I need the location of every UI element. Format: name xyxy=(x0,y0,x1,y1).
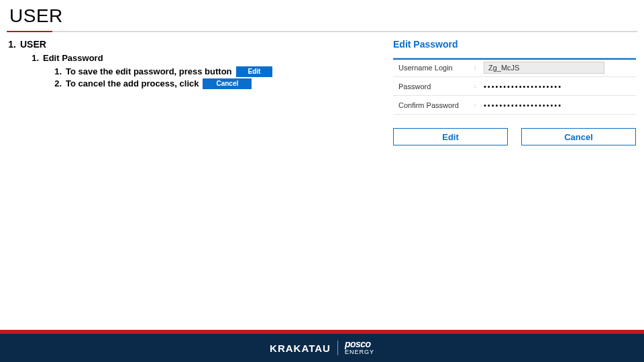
brand-posco-sub: ENERGY xyxy=(345,348,374,356)
list-number: 1. xyxy=(5,39,16,50)
edit-chip: Edit xyxy=(236,66,273,77)
title-underline xyxy=(7,31,637,32)
panel-title: Edit Password xyxy=(390,39,639,52)
brand-divider xyxy=(337,341,338,355)
brand-posco: posco ENERGY xyxy=(345,340,374,356)
separator: : xyxy=(470,102,480,108)
password-input[interactable]: •••••••••••••••••••• xyxy=(484,82,562,90)
list-number: 1. xyxy=(28,52,39,64)
password-label: Password xyxy=(393,82,470,90)
list-text: Edit Password xyxy=(43,52,103,64)
instructions: 1. USER 1. Edit Password 1. To save the … xyxy=(5,39,390,90)
list-text: To cancel the add process, click xyxy=(66,78,199,90)
separator: : xyxy=(470,64,480,70)
footer: KRAKATAU posco ENERGY xyxy=(0,330,644,362)
list-number: 1. xyxy=(51,66,62,78)
username-input[interactable]: Zg_McJS xyxy=(484,62,604,74)
list-text: To save the edit password, press button xyxy=(66,66,232,78)
list-text: USER xyxy=(20,39,46,50)
confirm-password-input[interactable]: •••••••••••••••••••• xyxy=(484,101,562,109)
brand-krakatau: KRAKATAU xyxy=(270,343,331,354)
brand-posco-main: posco xyxy=(345,340,371,348)
list-number: 2. xyxy=(51,78,62,90)
confirm-password-label: Confirm Password xyxy=(393,101,470,109)
page-title: USER xyxy=(9,5,635,27)
cancel-button[interactable]: Cancel xyxy=(521,128,636,145)
username-label: Username Login xyxy=(393,64,470,72)
cancel-chip: Cancel xyxy=(203,78,252,89)
edit-button[interactable]: Edit xyxy=(393,128,508,145)
separator: : xyxy=(470,83,480,89)
edit-password-panel: Edit Password Username Login : Zg_McJS P… xyxy=(390,39,639,145)
